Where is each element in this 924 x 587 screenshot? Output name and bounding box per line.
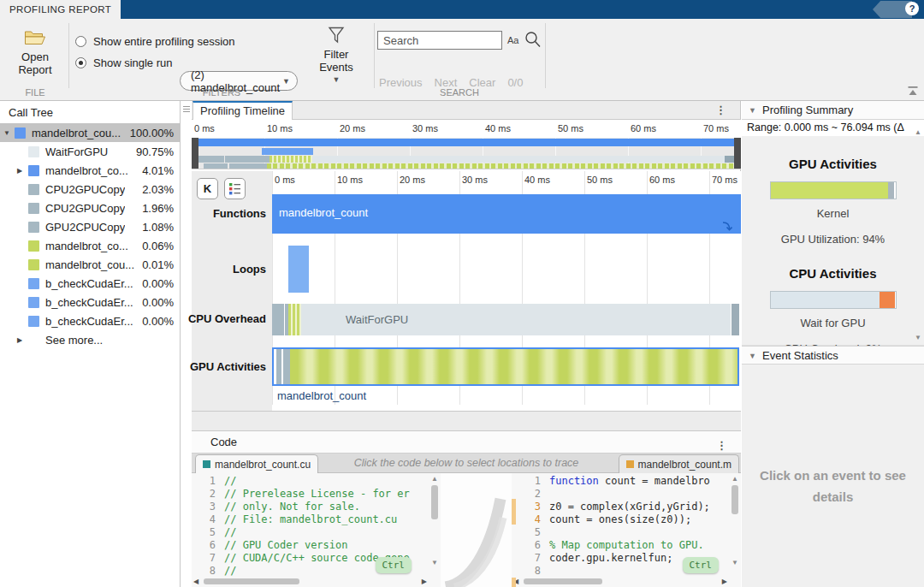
expander-icon[interactable]: ▼	[3, 129, 15, 137]
code-line[interactable]: 3// only. Not for sale.	[192, 501, 441, 513]
scroll-up-icon[interactable]: ▲	[915, 124, 921, 136]
gpu-activities-selected-bar[interactable]	[272, 347, 739, 386]
call-tree-row[interactable]: GPU2CPUCopy1.08%	[0, 217, 180, 236]
code-line[interactable]: 1//	[192, 475, 441, 488]
scroll-right-icon[interactable]: ▶	[422, 578, 427, 585]
overview-gpu-kernel-bar[interactable]	[267, 163, 734, 170]
splitter-grip-icon[interactable]	[183, 106, 190, 114]
overview-gpu-copy-bar[interactable]	[229, 163, 267, 170]
call-tree-row[interactable]: ▶mandelbrot_co...4.01%	[0, 161, 180, 180]
functions-event-bar[interactable]: mandelbrot_count	[272, 194, 741, 234]
m-horizontal-scrollbar[interactable]: ◀ ▶	[512, 577, 729, 586]
search-input[interactable]	[377, 31, 502, 50]
code-line[interactable]: 5	[517, 526, 741, 539]
filter-events-button[interactable]: Filter Events ▼	[308, 26, 364, 84]
timeline-plot[interactable]: 0 ms10 ms20 ms30 ms40 ms50 ms60 ms70 ms …	[272, 171, 741, 411]
radio-unselected-icon[interactable]	[75, 36, 86, 47]
call-tree-row[interactable]: ▶See more...	[0, 330, 180, 349]
loops-event-bar[interactable]	[288, 246, 309, 293]
call-tree-row[interactable]: CPU2GPUCopy1.96%	[0, 199, 180, 217]
scroll-up-icon[interactable]: ▲	[730, 475, 740, 483]
call-tree-percent: 1.08%	[142, 221, 174, 234]
line-number: 3	[192, 501, 216, 513]
code-line[interactable]: 4// File: mandelbrot_count.cu	[192, 513, 441, 526]
scroll-left-icon[interactable]: ◀	[193, 578, 198, 585]
cpu-overhead-fill	[880, 292, 896, 308]
call-tree-label: mandelbrot_cou...	[32, 127, 121, 139]
show-single-run-radio[interactable]: Show single run	[75, 56, 173, 69]
scroll-right-icon[interactable]: ▶	[722, 578, 727, 585]
cu-vertical-scrollbar[interactable]: ▲ ▼	[429, 475, 440, 576]
call-tree-label: mandelbrot_co...	[45, 164, 128, 177]
line-number: 6	[517, 539, 541, 552]
overview-copy-bar[interactable]	[725, 156, 734, 163]
scrollbar-thumb[interactable]	[524, 578, 602, 584]
cpu-kernel-launch-bar[interactable]	[288, 304, 301, 335]
code-panel: Code ⋮ Click the code below to select lo…	[192, 431, 741, 587]
code-line[interactable]: 3z0 = complex(xGrid,yGrid);	[517, 501, 741, 513]
chevron-down-icon[interactable]: ▼	[308, 75, 364, 84]
code-line[interactable]: 1function count = mandelbro	[517, 475, 741, 488]
collapse-section-icon[interactable]: ▼	[749, 101, 756, 120]
overview-loops-bar[interactable]	[262, 148, 313, 155]
profiling-summary-header[interactable]: ▼ Profiling Summary	[742, 101, 924, 120]
overview-kernel-launch-bar[interactable]	[270, 156, 312, 163]
expander-icon[interactable]: ▶	[17, 167, 28, 175]
radio-selected-icon[interactable]	[75, 57, 86, 68]
call-tree-row[interactable]: WaitForGPU90.75%	[0, 142, 180, 161]
help-button[interactable]: ?	[905, 2, 919, 15]
collapse-toolbar-icon[interactable]	[907, 86, 919, 97]
show-entire-session-radio[interactable]: Show entire profiling session	[75, 34, 234, 48]
scroll-down-icon[interactable]: ▼	[429, 559, 440, 566]
tab-profiling-timeline[interactable]: Profiling Timeline	[192, 101, 293, 120]
overview-functions-bar[interactable]	[198, 139, 734, 146]
overview-wait-bar[interactable]	[312, 156, 725, 163]
search-icon[interactable]	[524, 31, 542, 49]
tab-mandelbrot-count-cu[interactable]: mandelbrot_count.cu	[195, 454, 318, 473]
code-line[interactable]: 2	[517, 488, 741, 501]
code-line[interactable]: 4count = ones(size(z0));	[517, 513, 741, 526]
call-tree-row[interactable]: b_checkCudaEr...0.00%	[0, 274, 180, 293]
gpu-copy-event-bar[interactable]	[276, 349, 290, 384]
overview-gpu-copy-bar[interactable]	[204, 163, 228, 170]
overview-copy-bar[interactable]	[198, 156, 224, 163]
call-tree-row[interactable]: ▼mandelbrot_cou...100.00%	[0, 123, 180, 142]
code-line[interactable]: 6// GPU Coder version	[192, 539, 441, 552]
call-tree-row[interactable]: mandelbrot_co...0.06%	[0, 236, 180, 255]
expander-icon[interactable]: ▶	[17, 336, 28, 344]
call-tree-row[interactable]: b_checkCudaEr...0.00%	[0, 293, 180, 311]
timeline-menu-icon[interactable]: ⋮	[715, 104, 726, 116]
code-line[interactable]: 5//	[192, 526, 441, 539]
overview-copy-bar[interactable]	[225, 156, 270, 163]
match-case-toggle[interactable]: Aa	[507, 35, 518, 45]
code-editor-m[interactable]: 1function count = mandelbro23z0 = comple…	[512, 473, 741, 587]
code-line[interactable]: 2// Prerelease License - for er	[192, 488, 441, 501]
scrollbar-thumb[interactable]	[732, 485, 738, 514]
scroll-down-icon[interactable]: ▼	[730, 559, 740, 566]
collapse-section-icon[interactable]: ▼	[749, 347, 756, 365]
cpu-copy-event-bar[interactable]	[732, 304, 739, 335]
gpu-kernel-event-bar[interactable]	[290, 349, 737, 384]
open-report-button[interactable]: Open Report	[7, 28, 63, 76]
call-tree-row[interactable]: mandelbrot_cou...0.01%	[0, 255, 180, 274]
overview-bars[interactable]	[192, 138, 741, 169]
call-tree-row[interactable]: CPU2GPUCopy2.03%	[0, 180, 180, 199]
call-tree-row[interactable]: b_checkCudaEr...0.00%	[0, 311, 180, 330]
event-statistics-header[interactable]: ▼ Event Statistics	[742, 346, 924, 365]
scrollbar-thumb[interactable]	[431, 485, 438, 519]
scroll-up-icon[interactable]: ▲	[429, 475, 440, 483]
panel-splitter[interactable]	[181, 101, 192, 587]
scrollbar-thumb[interactable]	[204, 578, 299, 584]
cpu-copy-event-bar[interactable]	[272, 304, 284, 335]
scroll-down-icon[interactable]: ▼	[915, 334, 921, 341]
code-line[interactable]: 6% Map computation to GPU.	[517, 539, 741, 552]
range-handle-left[interactable]	[192, 138, 198, 169]
range-handle-right[interactable]	[734, 138, 741, 169]
code-editor-cu[interactable]: 1//2// Prerelease License - for er3// on…	[192, 473, 441, 587]
m-vertical-scrollbar[interactable]: ▲ ▼	[730, 475, 740, 576]
kernel-markers-button[interactable]: K	[197, 178, 218, 199]
tab-mandelbrot-count-m[interactable]: mandelbrot_count.m	[619, 454, 739, 473]
cu-horizontal-scrollbar[interactable]: ◀ ▶	[192, 577, 429, 586]
legend-button[interactable]	[224, 178, 246, 199]
wait-for-gpu-bar[interactable]: WaitForGPU	[301, 304, 731, 335]
